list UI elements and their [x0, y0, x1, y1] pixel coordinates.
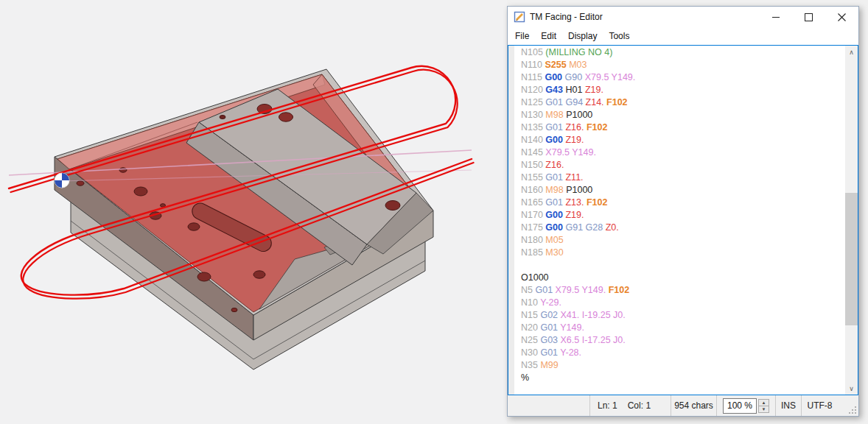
scrollbar-thumb[interactable] [845, 193, 858, 325]
maximize-icon [805, 13, 813, 21]
statusbar-spacer [508, 395, 589, 416]
scroll-up-arrow-icon[interactable]: ∧ [845, 46, 858, 58]
code-line: N130 M98 P1000 [521, 109, 845, 121]
minimize-icon [772, 17, 780, 18]
insert-mode-indicator: INS [775, 395, 801, 416]
code-line: N5 G01 X79.5 Y149. F102 [521, 284, 845, 297]
scroll-down-arrow-icon[interactable]: ∨ [845, 382, 858, 395]
code-line: N155 G01 Z11. [521, 172, 845, 184]
zoom-increase-button[interactable]: ▲ [759, 400, 769, 406]
code-line: N10 Y-29. [521, 297, 845, 309]
viewport-3d[interactable] [0, 0, 507, 424]
code-line: N125 G01 G94 Z14. F102 [521, 96, 845, 109]
code-line: N115 G00 G90 X79.5 Y149. [521, 71, 845, 84]
menu-file[interactable]: File [509, 29, 535, 43]
code-line [521, 259, 845, 272]
code-line: N30 G01 Y-28. [521, 347, 845, 359]
part-scene [0, 0, 507, 424]
minimize-button[interactable] [759, 7, 792, 27]
maximize-button[interactable] [792, 7, 825, 27]
menu-display[interactable]: Display [562, 29, 603, 43]
char-count: 954 chars [671, 395, 716, 416]
code-line: O1000 [521, 272, 845, 284]
zoom-value[interactable]: 100 % [723, 398, 757, 414]
code-line: N170 G00 Z19. [521, 209, 845, 222]
line-indicator: Ln: 1 [598, 400, 617, 411]
resize-grip[interactable] [838, 395, 858, 416]
code-line: N135 G01 Z16. F102 [521, 121, 845, 134]
code-line: % [521, 372, 845, 384]
editor-gutter [508, 46, 514, 395]
resize-grip-icon [849, 406, 856, 414]
code-line: N160 M98 P1000 [521, 184, 845, 197]
titlebar[interactable]: TM Facing - Editor [508, 7, 858, 27]
code-line: N15 G02 X41. I-19.25 J0. [521, 309, 845, 322]
cursor-position: Ln: 1 Col: 1 [589, 395, 671, 416]
editor-window: TM Facing - Editor File Edit Display Too… [507, 6, 859, 417]
menu-edit[interactable]: Edit [535, 29, 562, 43]
zoom-spinner: ▲ ▼ [758, 399, 769, 413]
code-line: N20 G01 Y149. [521, 322, 845, 334]
app-icon [514, 11, 525, 23]
code-line: N150 Z16. [521, 159, 845, 172]
code-line: N165 G01 Z13. F102 [521, 197, 845, 209]
code-line: N145 X79.5 Y149. [521, 146, 845, 159]
statusbar: Ln: 1 Col: 1 954 chars 100 % ▲ ▼ INS UTF… [508, 395, 858, 416]
close-icon [838, 13, 846, 21]
code-line: N175 G00 G91 G28 Z0. [521, 222, 845, 234]
zoom-control: 100 % ▲ ▼ [716, 395, 775, 416]
code-line: N105 (MILLING NO 4) [521, 46, 845, 59]
code-line: N35 M99 [521, 359, 845, 372]
code-line: N25 G03 X6.5 I-17.25 J0. [521, 334, 845, 347]
column-indicator: Col: 1 [628, 400, 651, 411]
encoding-indicator: UTF-8 [801, 395, 838, 416]
vertical-scrollbar[interactable]: ∧ ∨ [845, 46, 858, 395]
menubar: File Edit Display Tools [508, 27, 858, 45]
origin-marker-icon [55, 173, 69, 188]
code-lines[interactable]: N105 (MILLING NO 4)N110 S255 M03N115 G00… [514, 46, 845, 395]
code-line: N110 S255 M03 [521, 59, 845, 71]
zoom-decrease-button[interactable]: ▼ [759, 406, 769, 412]
code-editor[interactable]: N105 (MILLING NO 4)N110 S255 M03N115 G00… [508, 45, 858, 395]
code-line: N120 G43 H01 Z19. [521, 84, 845, 96]
code-line: N185 M30 [521, 247, 845, 259]
window-title: TM Facing - Editor [530, 12, 759, 22]
menu-tools[interactable]: Tools [603, 29, 635, 43]
code-line: N180 M05 [521, 234, 845, 247]
code-line: N140 G00 Z19. [521, 134, 845, 146]
close-button[interactable] [825, 7, 858, 27]
